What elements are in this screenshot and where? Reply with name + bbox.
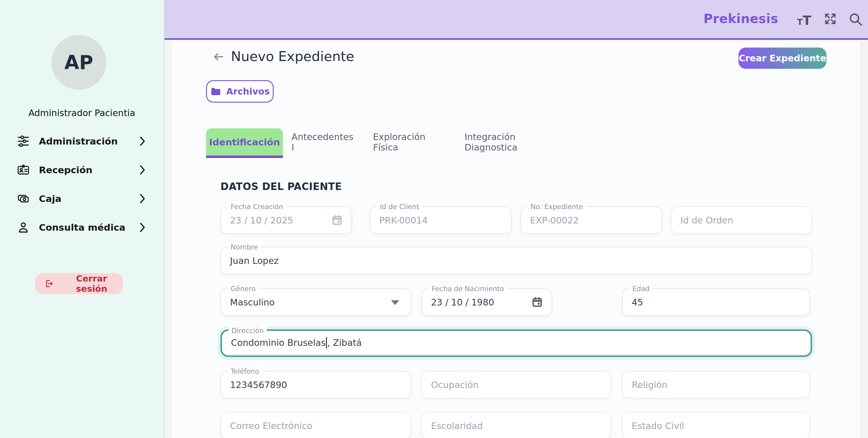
avatar: AP (52, 35, 106, 90)
sidebar-item-label: Recepción (39, 164, 92, 175)
logout-icon (44, 279, 54, 289)
user-name: Administrador Pacientia (0, 108, 164, 118)
field-label: Edad (629, 284, 653, 293)
escolaridad-field[interactable]: Escolaridad (422, 412, 611, 438)
genero-select[interactable]: Género Masculino (220, 288, 411, 316)
scrollbar[interactable] (860, 41, 868, 438)
folder-icon (210, 86, 221, 97)
sliders-icon (17, 135, 30, 148)
sidebar-item-label: Consulta médica (39, 222, 125, 233)
field-placeholder: Id de Orden (680, 215, 733, 226)
sidebar-item-caja[interactable]: Caja (0, 184, 164, 213)
active-tab-indicator (206, 156, 283, 158)
field-value: EXP-00022 (530, 215, 579, 226)
chevron-right-icon (140, 194, 145, 203)
brand-title: Prekinesis (704, 11, 778, 26)
direccion-field[interactable]: Dirección Condominio Bruselas, Zibatá (220, 330, 812, 357)
fecha-creacion-field[interactable]: Fecha Creación 23 / 10 / 2025 (220, 207, 352, 234)
religion-field[interactable]: Religión (622, 371, 810, 399)
id-cliente-field[interactable]: Id de Client PRK-00014 (370, 207, 512, 234)
field-label: Fecha de Nacimiento (429, 284, 507, 293)
id-orden-field[interactable]: Id de Orden (671, 207, 812, 234)
field-value: 1234567890 (230, 380, 287, 390)
fecha-nacimiento-field[interactable]: Fecha de Nacimiento 23 / 10 / 1980 (422, 288, 552, 316)
archivos-label: Archivos (226, 86, 270, 97)
logout-button[interactable]: Cerrar sesión (35, 273, 123, 294)
create-expediente-button[interactable]: Crear Expediente (739, 48, 827, 69)
field-label: Id de Client (377, 202, 422, 212)
telefono-field[interactable]: Teléfono 1234567890 (220, 371, 411, 399)
sidebar-menu: Administración Recepción (0, 127, 164, 242)
field-value: Juan Lopez (230, 255, 279, 266)
sidebar-item-recepcion[interactable]: Recepción (0, 156, 164, 184)
sidebar-item-label: Caja (39, 193, 61, 204)
chevron-right-icon (140, 137, 145, 146)
field-label: Nombre (228, 242, 261, 252)
chevron-right-icon (140, 223, 145, 232)
sidebar-item-administracion[interactable]: Administración (0, 127, 164, 156)
field-value: Condominio Bruselas, Zibatá (231, 338, 362, 349)
tab-identificacion[interactable]: Identificación (206, 128, 283, 156)
section-title: DATOS DEL PACIENTE (220, 181, 342, 192)
field-placeholder: Ocupación (431, 380, 478, 390)
field-label: Dirección (228, 326, 267, 335)
back-arrow-icon[interactable] (213, 51, 225, 63)
edad-field[interactable]: Edad 45 (622, 288, 810, 316)
person-icon (17, 221, 30, 234)
archivos-button[interactable]: Archivos (206, 80, 274, 103)
field-value: Masculino (230, 297, 275, 308)
field-value: 23 / 10 / 1980 (431, 297, 494, 308)
page-title: Nuevo Expediente (231, 49, 354, 64)
field-value: PRK-00014 (379, 215, 428, 226)
id-card-icon (17, 163, 30, 177)
tab-antecedentes[interactable]: Antecedentes I (294, 128, 351, 156)
field-value: 45 (632, 297, 643, 308)
field-placeholder: Escolaridad (431, 420, 483, 431)
text-size-icon[interactable]: TT (797, 13, 813, 27)
ocupacion-field[interactable]: Ocupación (422, 371, 611, 399)
field-label: Teléfono (228, 367, 262, 376)
estado-civil-field[interactable]: Estado Civil (622, 412, 810, 438)
tab-integracion-diagnostica[interactable]: Integración Diagnostica (465, 128, 553, 156)
search-icon[interactable] (848, 12, 863, 27)
field-placeholder: Estado Civil (632, 420, 684, 431)
field-label: Fecha Creación (228, 202, 286, 212)
sidebar-item-label: Administración (39, 136, 118, 147)
correo-field[interactable]: Correo Electrónico (220, 412, 411, 438)
sidebar: AP Administrador Pacientia Administració… (0, 0, 164, 438)
cash-icon (17, 192, 30, 205)
sidebar-item-consulta-medica[interactable]: Consulta médica (0, 213, 164, 242)
calendar-icon[interactable] (331, 214, 343, 226)
top-bar: Prekinesis TT (164, 0, 868, 40)
field-label: No. Expediente (528, 202, 586, 212)
field-placeholder: Religión (632, 380, 667, 390)
nombre-field[interactable]: Nombre Juan Lopez (220, 247, 812, 274)
calendar-icon[interactable] (531, 296, 543, 308)
logout-label: Cerrar sesión (60, 274, 123, 294)
no-expediente-field[interactable]: No. Expediente EXP-00022 (521, 207, 662, 234)
tab-exploracion-fisica[interactable]: Exploración Física (373, 128, 441, 156)
fullscreen-icon[interactable] (824, 12, 837, 26)
field-label: Género (228, 284, 259, 293)
chevron-right-icon (140, 165, 145, 175)
dropdown-arrow-icon (391, 301, 399, 305)
field-value: 23 / 10 / 2025 (230, 215, 293, 226)
text-cursor (326, 337, 327, 348)
field-placeholder: Correo Electrónico (230, 420, 312, 431)
